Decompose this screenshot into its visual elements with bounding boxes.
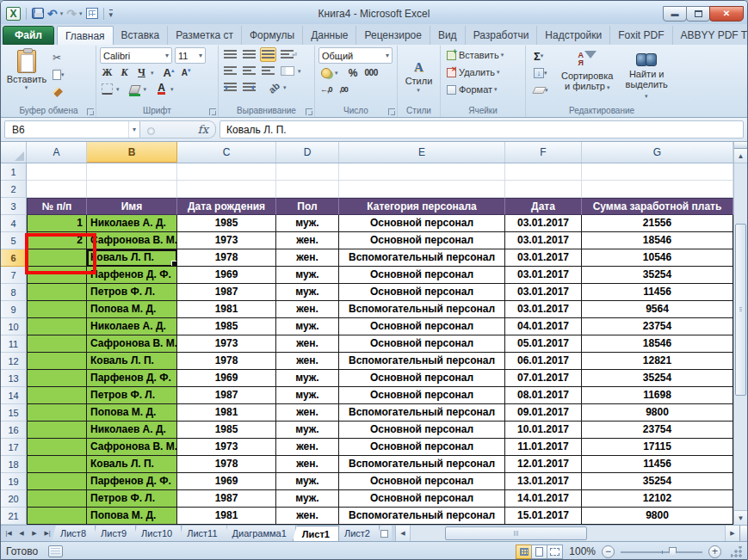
window-restore-button[interactable] xyxy=(686,6,710,22)
cell-E1[interactable] xyxy=(339,163,505,181)
align-top-button[interactable] xyxy=(222,47,238,62)
cell-B7[interactable]: Парфенов Д. Ф. xyxy=(87,267,177,284)
vertical-scroll-thumb[interactable] xyxy=(735,224,746,396)
row-header-13[interactable]: 13 xyxy=(1,370,27,387)
cell-E14[interactable]: Основной персонал xyxy=(339,387,505,404)
cell-C9[interactable]: 1981 xyxy=(177,301,276,318)
cell-G8[interactable]: 11456 xyxy=(582,284,733,301)
find-select-button[interactable]: Найти и выделить ▾ xyxy=(619,47,674,106)
cell-F20[interactable]: 14.01.2017 xyxy=(505,490,582,508)
table-header-C3[interactable]: Дата рождения xyxy=(177,198,276,215)
cell-G1[interactable] xyxy=(582,163,733,181)
ribbon-tab-Разработчи[interactable]: Разработчи xyxy=(466,26,538,45)
copy-button[interactable]: ▾ xyxy=(50,67,72,83)
cell-C8[interactable]: 1987 xyxy=(177,284,276,301)
cell-B18[interactable]: Коваль Л. П. xyxy=(87,456,177,473)
cell-B5[interactable]: Сафронова В. М. xyxy=(87,232,177,249)
cell-E17[interactable]: Основной персонал xyxy=(339,439,505,456)
row-header-15[interactable]: 15 xyxy=(1,404,27,422)
cell-E11[interactable]: Основной персонал xyxy=(339,335,505,353)
column-header-G[interactable]: G xyxy=(582,142,733,163)
cell-D20[interactable]: муж. xyxy=(276,490,339,508)
align-center-button[interactable] xyxy=(241,64,257,78)
cell-C13[interactable]: 1969 xyxy=(177,370,276,387)
name-box[interactable]: B6▾ xyxy=(4,120,140,138)
zoom-slider-thumb[interactable] xyxy=(669,547,677,557)
cell-C6[interactable]: 1978 xyxy=(177,249,276,267)
cell-A13[interactable] xyxy=(27,370,87,387)
align-middle-button[interactable] xyxy=(241,47,257,62)
cell-F9[interactable]: 03.01.2017 xyxy=(505,301,582,318)
cell-A14[interactable] xyxy=(27,387,87,404)
ribbon-tab-ABBYY PDF T[interactable]: ABBYY PDF T xyxy=(673,26,748,45)
row-header-6[interactable]: 6 xyxy=(1,249,27,267)
cell-B19[interactable]: Парфенов Д. Ф. xyxy=(87,473,177,490)
horizontal-scroll-track[interactable] xyxy=(411,526,725,541)
cell-G14[interactable]: 11698 xyxy=(582,387,733,404)
cell-E7[interactable]: Основной персонал xyxy=(339,267,505,284)
cell-F21[interactable]: 15.01.2017 xyxy=(505,508,582,525)
row-header-1[interactable]: 1 xyxy=(1,163,27,181)
insert-function-button[interactable]: fx xyxy=(140,120,216,138)
paste-button[interactable]: Вставить ▾ xyxy=(5,47,48,106)
cell-A9[interactable] xyxy=(27,301,87,318)
first-sheet-button[interactable]: |◀ xyxy=(3,527,15,539)
row-header-14[interactable]: 14 xyxy=(1,387,27,404)
cell-C21[interactable]: 1981 xyxy=(177,508,276,525)
font-dialog-launcher[interactable] xyxy=(209,108,216,115)
thousands-button[interactable]: 000 xyxy=(363,65,380,80)
cell-B10[interactable]: Николаев А. Д. xyxy=(87,318,177,335)
cell-G9[interactable]: 9564 xyxy=(582,301,733,318)
align-bottom-button[interactable] xyxy=(260,47,276,62)
insert-cells-button[interactable]: Вставить▾ xyxy=(444,47,522,63)
number-dialog-launcher[interactable] xyxy=(388,108,395,115)
save-icon[interactable] xyxy=(32,8,44,19)
ribbon-tab-Главная[interactable]: Главная xyxy=(57,26,114,45)
cell-G7[interactable]: 35254 xyxy=(582,267,733,284)
cell-B9[interactable]: Попова М. Д. xyxy=(87,301,177,318)
cell-F1[interactable] xyxy=(505,163,582,181)
cell-B8[interactable]: Петров Ф. Л. xyxy=(87,284,177,301)
paste-dropdown-icon[interactable]: ▾ xyxy=(25,84,28,91)
cell-G11[interactable]: 18546 xyxy=(582,335,733,353)
zoom-level[interactable]: 100% xyxy=(569,545,596,557)
cell-F8[interactable]: 03.01.2017 xyxy=(505,284,582,301)
shrink-font-button[interactable]: А xyxy=(179,65,194,80)
row-header-4[interactable]: 4 xyxy=(1,215,27,232)
underline-button[interactable]: Ч xyxy=(134,65,149,80)
cell-C16[interactable]: 1985 xyxy=(177,422,276,439)
undo-dropdown-icon[interactable]: ▾ xyxy=(60,10,64,17)
cell-A6[interactable] xyxy=(27,249,87,267)
formula-input[interactable]: Коваль Л. П. xyxy=(219,120,744,138)
increase-indent-button[interactable] xyxy=(241,80,257,95)
cell-A8[interactable] xyxy=(27,284,87,301)
cell-G2[interactable] xyxy=(582,181,733,198)
cell-G10[interactable]: 23754 xyxy=(582,318,733,335)
cell-C12[interactable]: 1978 xyxy=(177,353,276,370)
percent-button[interactable]: % xyxy=(346,65,361,80)
cell-A18[interactable] xyxy=(27,456,87,473)
row-header-21[interactable]: 21 xyxy=(1,508,27,525)
horizontal-split-handle[interactable] xyxy=(739,526,747,541)
cell-F17[interactable]: 11.01.2017 xyxy=(505,439,582,456)
cell-E15[interactable]: Вспомогательный персонал xyxy=(339,404,505,422)
bold-button[interactable]: Ж xyxy=(100,65,114,80)
cell-B13[interactable]: Парфенов Д. Ф. xyxy=(87,370,177,387)
cell-A1[interactable] xyxy=(27,163,87,181)
cell-D11[interactable]: жен. xyxy=(276,335,339,353)
grow-font-button[interactable]: А xyxy=(162,65,176,80)
cell-E12[interactable]: Вспомогательный персонал xyxy=(339,353,505,370)
cell-A16[interactable] xyxy=(27,422,87,439)
cell-D1[interactable] xyxy=(276,163,339,181)
cut-button[interactable]: ✂ xyxy=(50,50,72,65)
page-break-view-button[interactable] xyxy=(547,545,563,559)
zoom-in-button[interactable]: + xyxy=(708,545,721,558)
row-header-9[interactable]: 9 xyxy=(1,301,27,318)
cell-E10[interactable]: Основной персонал xyxy=(339,318,505,335)
orientation-button[interactable]: ab xyxy=(267,80,281,95)
cell-A11[interactable] xyxy=(27,335,87,353)
row-header-11[interactable]: 11 xyxy=(1,335,27,353)
row-header-10[interactable]: 10 xyxy=(1,318,27,335)
cell-D17[interactable]: жен. xyxy=(276,439,339,456)
number-format-combo[interactable]: Общий▾ xyxy=(318,47,393,64)
